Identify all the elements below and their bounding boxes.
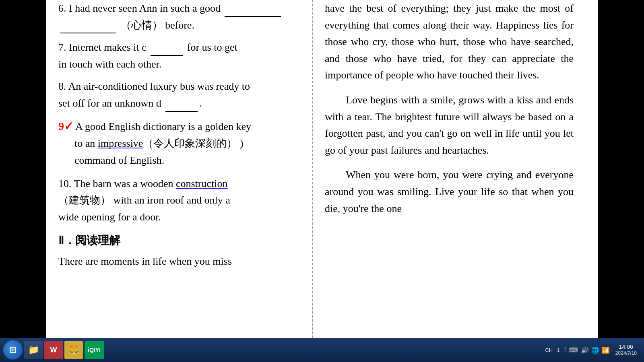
item10-text: 10. The barn was a wooden — [58, 178, 176, 189]
wps-button[interactable]: W — [44, 341, 63, 359]
app2-button[interactable]: iQIYI — [85, 341, 104, 359]
right-p2: Love begins with a smile, grows with a k… — [325, 92, 574, 158]
clock: 14:06 2024/7/10 — [615, 343, 637, 357]
item9c-text: command of English. — [74, 154, 164, 166]
tray-icon-3: 🔊 — [581, 346, 589, 354]
blank-6a — [225, 16, 281, 17]
item9b-word: impressive — [98, 138, 143, 149]
item7-text: 7. Internet makes it c — [58, 41, 147, 53]
start-icon: ⊞ — [9, 345, 17, 355]
item9-text: A good English dictionary is a golden ke… — [75, 121, 251, 132]
tray-icon-2: ⌨ — [569, 346, 578, 354]
item-7: 7. Internet makes it c for us to get in … — [58, 39, 300, 72]
blank-6b — [60, 33, 116, 33]
item10-word: construction — [176, 178, 228, 189]
item-10: 10. The barn was a wooden construction （… — [58, 175, 300, 226]
tray-icon-1: ? — [564, 346, 567, 354]
tray-icon-5: 📶 — [602, 346, 610, 354]
taskbar: ⊞ 📁 W 🍔 iQIYI CH 1 ? ⌨ 🔊 🌐 — [0, 338, 644, 362]
lang-indicator: CH — [545, 347, 553, 353]
item8b-text: set off for an unknown d — [58, 97, 161, 109]
item9b-cn: （令人印象深刻的） — [143, 138, 237, 149]
right-column: have the best of everything; they just m… — [312, 0, 586, 338]
right-p1: have the best of everything; they just m… — [325, 0, 574, 84]
start-button[interactable]: ⊞ — [3, 340, 23, 360]
item10c-text: wide opening for a door. — [58, 211, 161, 223]
main-content: 6. I had never seen Ann in such a good （… — [46, 0, 598, 338]
section2-title: Ⅱ．阅读理解 — [58, 234, 120, 247]
section2-text: There are moments in life when you miss — [58, 253, 300, 270]
tray-icon-4: 🌐 — [591, 346, 599, 354]
input-num: 1 — [557, 347, 559, 353]
item10b-text: （建筑物） with an iron roof and only a — [58, 194, 230, 206]
item7c-text: in touch with each other. — [58, 58, 161, 70]
clock-date: 2024/7/10 — [615, 350, 637, 357]
explorer-icon: 📁 — [28, 345, 39, 355]
clock-time: 14:06 — [615, 343, 637, 350]
section2-header: Ⅱ．阅读理解 — [58, 232, 300, 250]
checkmark-9: 9✓ — [58, 120, 73, 132]
app1-icon: 🍔 — [68, 345, 79, 355]
item8-text: 8. An air-conditioned luxury bus was rea… — [58, 80, 250, 92]
right-p3: When you were born, you were crying and … — [325, 167, 574, 217]
item7b-text: for us to get — [187, 41, 237, 53]
blank-8 — [165, 111, 198, 112]
item-9: 9✓ A good English dictionary is a golden… — [58, 117, 300, 169]
app1-button[interactable]: 🍔 — [64, 341, 83, 359]
left-column: 6. I had never seen Ann in such a good （… — [46, 0, 312, 338]
blank-7 — [151, 55, 183, 56]
wps-icon: W — [50, 346, 57, 354]
system-tray: CH 1 ? ⌨ 🔊 🌐 📶 14:06 2024/7/10 — [541, 343, 641, 357]
item9b-post: ) — [237, 138, 243, 149]
section2-body: There are moments in life when you miss — [58, 255, 232, 267]
item-8: 8. An air-conditioned luxury bus was rea… — [58, 78, 300, 111]
item9b-pre: to an — [74, 138, 98, 149]
app2-icon: iQIYI — [88, 347, 101, 353]
item-6: 6. I had never seen Ann in such a good （… — [58, 0, 300, 33]
item6b-text: （心情） before. — [121, 19, 194, 31]
item6-text: 6. I had never seen Ann in such a good — [58, 2, 221, 14]
explorer-button[interactable]: 📁 — [24, 341, 43, 359]
